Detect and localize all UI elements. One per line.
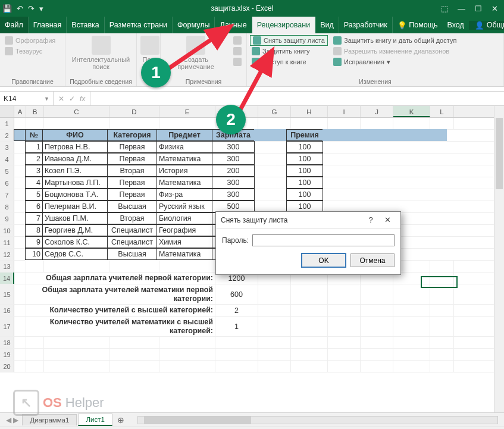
cell[interactable]: Математика — [156, 153, 212, 165]
rowhdr[interactable]: 4 — [0, 154, 14, 165]
accept-formula-icon[interactable]: ✓ — [69, 95, 75, 103]
tab-layout[interactable]: Разметка страни — [105, 17, 173, 33]
cell[interactable]: ФИО — [42, 129, 108, 141]
cell[interactable] — [14, 361, 26, 372]
allow-edit-ranges-button[interactable]: Разрешить изменение диапазонов — [332, 46, 458, 56]
cell[interactable] — [323, 129, 355, 141]
cell[interactable] — [254, 189, 287, 201]
cell[interactable] — [14, 177, 26, 189]
cell[interactable] — [361, 317, 393, 336]
cell[interactable] — [430, 337, 454, 348]
rowhdr[interactable]: 1 — [0, 118, 14, 129]
cell[interactable] — [14, 212, 26, 224]
cell[interactable] — [215, 337, 258, 348]
cell[interactable] — [355, 201, 387, 212]
cell[interactable]: Биология — [156, 212, 212, 224]
cell[interactable] — [14, 305, 26, 316]
cell[interactable]: 2 — [25, 153, 43, 165]
cell[interactable] — [159, 349, 215, 360]
cell[interactable] — [355, 129, 387, 141]
dialog-help-icon[interactable]: ? — [362, 215, 379, 224]
cell[interactable] — [387, 165, 424, 177]
cell[interactable]: 600 — [215, 284, 258, 304]
cell[interactable]: 6 — [25, 201, 43, 212]
summary-label[interactable]: Общая зарплата учителей первой категории… — [26, 273, 215, 284]
rowhdr[interactable]: 7 — [0, 189, 14, 201]
cell[interactable]: 100 — [286, 189, 323, 201]
cell[interactable]: Первая — [107, 141, 157, 153]
colhdr[interactable]: I — [328, 106, 361, 117]
fx-icon[interactable]: fx — [80, 95, 85, 103]
scrollbar-thumb[interactable] — [144, 417, 251, 424]
cell[interactable] — [109, 261, 159, 272]
cell[interactable] — [14, 224, 26, 236]
cell[interactable] — [393, 349, 430, 360]
cell[interactable] — [423, 177, 447, 189]
cell[interactable] — [387, 177, 424, 189]
cell[interactable] — [159, 118, 215, 129]
cell[interactable] — [328, 284, 361, 304]
cell[interactable] — [387, 189, 424, 201]
cell[interactable] — [355, 153, 387, 165]
cell[interactable]: Математика — [156, 248, 212, 260]
cell[interactable] — [393, 118, 430, 129]
colhdr[interactable]: D — [109, 106, 159, 117]
cell[interactable] — [14, 284, 26, 304]
colhdr[interactable]: J — [361, 106, 393, 117]
cell[interactable]: 300 — [212, 153, 255, 165]
track-changes-button[interactable]: Исправления ▾ — [332, 57, 458, 67]
cell[interactable] — [323, 165, 355, 177]
cell[interactable]: Специалист — [107, 224, 157, 236]
cell[interactable] — [328, 349, 361, 360]
cell[interactable] — [26, 361, 44, 372]
cell[interactable] — [423, 189, 447, 201]
colhdr[interactable]: L — [430, 106, 454, 117]
cell[interactable]: Русский язык — [156, 201, 212, 212]
formula-input[interactable] — [90, 92, 504, 105]
unprotect-sheet-button[interactable]: Снять защиту листа — [251, 36, 327, 45]
cell[interactable]: Физика — [156, 141, 212, 153]
cancel-formula-icon[interactable]: ✕ — [58, 95, 64, 103]
cell[interactable]: 9 — [25, 236, 43, 248]
cell[interactable] — [109, 118, 159, 129]
rowhdr[interactable]: 6 — [0, 177, 14, 189]
cell[interactable] — [258, 317, 291, 336]
cell[interactable]: Первая — [107, 189, 157, 201]
cell[interactable] — [215, 349, 258, 360]
cell[interactable] — [323, 153, 355, 165]
rowhdr[interactable]: 11 — [0, 237, 14, 248]
cell[interactable] — [44, 261, 109, 272]
rowhdr[interactable]: 3 — [0, 142, 14, 153]
cell[interactable] — [14, 248, 26, 260]
cell[interactable] — [323, 177, 355, 189]
cell[interactable] — [159, 337, 215, 348]
ribbon-options-icon[interactable]: ⬚ — [441, 4, 448, 13]
cell[interactable] — [423, 201, 447, 212]
cell[interactable] — [328, 118, 361, 129]
rowhdr[interactable]: 15 — [0, 284, 14, 304]
smart-lookup-button[interactable]: Интеллектуальный поиск — [69, 36, 133, 70]
rowhdr[interactable]: 13 — [0, 261, 14, 272]
cell[interactable]: Математика — [156, 177, 212, 189]
cell[interactable] — [254, 153, 287, 165]
cell[interactable] — [14, 317, 26, 336]
cell[interactable]: 100 — [286, 165, 323, 177]
cell[interactable] — [291, 284, 328, 304]
spelling-button[interactable]: Орфография — [4, 36, 57, 45]
tab-review[interactable]: Рецензировани — [252, 17, 316, 33]
close-icon[interactable]: ✕ — [492, 4, 498, 13]
dialog-close-icon[interactable]: ✕ — [379, 215, 396, 224]
cell[interactable]: Седов С.С. — [42, 248, 108, 260]
cell[interactable] — [387, 153, 424, 165]
cell[interactable] — [291, 118, 328, 129]
rowhdr[interactable]: 17 — [0, 317, 14, 336]
cell[interactable] — [393, 305, 430, 316]
cell[interactable]: 3 — [25, 165, 43, 177]
scrollbar-thumb[interactable] — [496, 118, 503, 189]
cell[interactable]: География — [156, 224, 212, 236]
cell[interactable]: Специалист — [107, 236, 157, 248]
cell[interactable] — [423, 141, 447, 153]
cell[interactable] — [254, 177, 287, 189]
cell[interactable]: Физ-ра — [156, 189, 212, 201]
cell[interactable] — [291, 349, 328, 360]
